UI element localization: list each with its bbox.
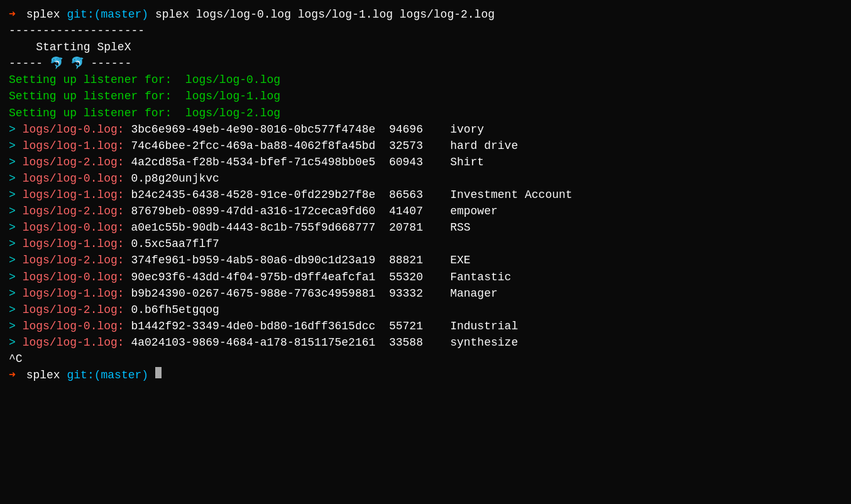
log-arrow-2: > xyxy=(9,154,16,170)
log-num-9: 55320 xyxy=(375,269,423,285)
log-arrow-13: > xyxy=(9,334,16,351)
log-spacer-10 xyxy=(16,285,23,302)
log-file-8: logs/log-2.log: xyxy=(23,252,124,268)
log-spacer-13 xyxy=(16,334,23,351)
log-line-2: > logs/log-2.log: 4a2cd85a-f28b-4534-bfe… xyxy=(9,154,842,170)
log-desc-1: hard drive xyxy=(423,138,518,154)
log-arrow-9: > xyxy=(9,269,16,285)
log-num-1: 32573 xyxy=(375,138,423,154)
log-desc-6: RSS xyxy=(423,219,471,236)
log-spacer-1 xyxy=(16,138,23,154)
log-line-8: > logs/log-2.log: 374fe961-b959-4ab5-80a… xyxy=(9,252,842,268)
prompt-space-2 xyxy=(148,367,155,383)
log-line-3: > logs/log-0.log: 0.p8g20unjkvc xyxy=(9,170,842,187)
terminal: ➜ splex git:(master) splex logs/log-0.lo… xyxy=(9,6,842,383)
separator-line-1: -------------------- xyxy=(9,23,842,39)
prompt-cmd-1: splex logs/log-0.log logs/log-1.log logs… xyxy=(148,6,495,23)
listener-line-2: Setting up listener for: logs/log-2.log xyxy=(9,105,842,121)
prompt-user-1: splex xyxy=(19,6,67,23)
log-desc-8: EXE xyxy=(423,252,471,268)
log-arrow-4: > xyxy=(9,187,16,203)
separator-text-2: ----- 🐬 🐬 ------ xyxy=(9,55,131,72)
log-arrow-8: > xyxy=(9,252,16,268)
log-file-6: logs/log-0.log: xyxy=(23,219,124,236)
cursor xyxy=(155,367,162,378)
log-line-7: > logs/log-1.log: 0.5xc5aa7flf7 xyxy=(9,236,842,252)
log-desc-4: Investment Account xyxy=(423,187,573,203)
log-line-12: > logs/log-0.log: b1442f92-3349-4de0-bd8… xyxy=(9,318,842,334)
prompt-arrow-1: ➜ xyxy=(9,6,16,23)
log-arrow-5: > xyxy=(9,203,16,219)
log-file-4: logs/log-1.log: xyxy=(23,187,124,203)
log-arrow-1: > xyxy=(9,138,16,154)
log-spacer-6 xyxy=(16,219,23,236)
log-uuid-4: b24c2435-6438-4528-91ce-0fd229b27f8e xyxy=(124,187,376,203)
log-line-5: > logs/log-2.log: 87679beb-0899-47dd-a31… xyxy=(9,203,842,219)
listener-text-0: Setting up listener for: logs/log-0.log xyxy=(9,72,280,88)
listener-line-0: Setting up listener for: logs/log-0.log xyxy=(9,72,842,88)
log-arrow-3: > xyxy=(9,170,16,187)
log-num-12: 55721 xyxy=(375,318,423,334)
log-line-11: > logs/log-2.log: 0.b6fh5etgqog xyxy=(9,302,842,318)
startup-text: Starting SpleX xyxy=(9,39,131,55)
log-spacer-4 xyxy=(16,187,23,203)
log-val-3: 0.p8g20unjkvc xyxy=(124,170,219,187)
log-spacer-3 xyxy=(16,170,23,187)
log-uuid-10: b9b24390-0267-4675-988e-7763c4959881 xyxy=(124,285,376,302)
log-num-8: 88821 xyxy=(375,252,423,268)
log-num-4: 86563 xyxy=(375,187,423,203)
prompt-branch-1: git:(master) xyxy=(67,6,148,23)
log-num-2: 60943 xyxy=(375,154,423,170)
log-arrow-6: > xyxy=(9,219,16,236)
log-file-13: logs/log-1.log: xyxy=(23,334,124,351)
log-num-10: 93332 xyxy=(375,285,423,302)
separator-line-2: ----- 🐬 🐬 ------ xyxy=(9,55,842,72)
ctrl-c-line: ^C xyxy=(9,351,842,367)
log-line-9: > logs/log-0.log: 90ec93f6-43dd-4f04-975… xyxy=(9,269,842,285)
log-desc-5: empower xyxy=(423,203,498,219)
log-uuid-2: 4a2cd85a-f28b-4534-bfef-71c5498bb0e5 xyxy=(124,154,376,170)
log-desc-0: ivory xyxy=(423,121,484,138)
log-arrow-0: > xyxy=(9,121,16,138)
log-num-0: 94696 xyxy=(375,121,423,138)
log-file-2: logs/log-2.log: xyxy=(23,154,124,170)
log-arrow-10: > xyxy=(9,285,16,302)
log-uuid-0: 3bc6e969-49eb-4e90-8016-0bc577f4748e xyxy=(124,121,376,138)
log-num-13: 33588 xyxy=(375,334,423,351)
log-desc-13: synthesize xyxy=(423,334,518,351)
log-arrow-11: > xyxy=(9,302,16,318)
prompt-line-2: ➜ splex git:(master) xyxy=(9,367,842,383)
log-arrow-7: > xyxy=(9,236,16,252)
log-val-7: 0.5xc5aa7flf7 xyxy=(124,236,219,252)
log-spacer-12 xyxy=(16,318,23,334)
log-file-1: logs/log-1.log: xyxy=(23,138,124,154)
separator-text-1: -------------------- xyxy=(9,23,145,39)
log-spacer-9 xyxy=(16,269,23,285)
log-arrow-12: > xyxy=(9,318,16,334)
log-uuid-6: a0e1c55b-90db-4443-8c1b-755f9d668777 xyxy=(124,219,376,236)
log-file-11: logs/log-2.log: xyxy=(23,302,124,318)
log-line-4: > logs/log-1.log: b24c2435-6438-4528-91c… xyxy=(9,187,842,203)
ctrl-c-text: ^C xyxy=(9,351,23,367)
log-line-6: > logs/log-0.log: a0e1c55b-90db-4443-8c1… xyxy=(9,219,842,236)
log-spacer-11 xyxy=(16,302,23,318)
log-file-7: logs/log-1.log: xyxy=(23,236,124,252)
log-file-0: logs/log-0.log: xyxy=(23,121,124,138)
log-uuid-5: 87679beb-0899-47dd-a316-172ceca9fd60 xyxy=(124,203,376,219)
prompt-user-2: splex xyxy=(19,367,67,383)
log-desc-10: Manager xyxy=(423,285,498,302)
log-line-1: > logs/log-1.log: 74c46bee-2fcc-469a-ba8… xyxy=(9,138,842,154)
log-spacer-8 xyxy=(16,252,23,268)
log-desc-2: Shirt xyxy=(423,154,484,170)
log-file-12: logs/log-0.log: xyxy=(23,318,124,334)
log-num-5: 41407 xyxy=(375,203,423,219)
log-spacer-0 xyxy=(16,121,23,138)
listener-line-1: Setting up listener for: logs/log-1.log xyxy=(9,88,842,104)
log-uuid-12: b1442f92-3349-4de0-bd80-16dff3615dcc xyxy=(124,318,376,334)
log-line-0: > logs/log-0.log: 3bc6e969-49eb-4e90-801… xyxy=(9,121,842,138)
prompt-arrow-2: ➜ xyxy=(9,367,16,383)
log-spacer-7 xyxy=(16,236,23,252)
log-lines-container: > logs/log-0.log: 3bc6e969-49eb-4e90-801… xyxy=(9,121,842,351)
listener-text-1: Setting up listener for: logs/log-1.log xyxy=(9,88,280,104)
log-file-10: logs/log-1.log: xyxy=(23,285,124,302)
